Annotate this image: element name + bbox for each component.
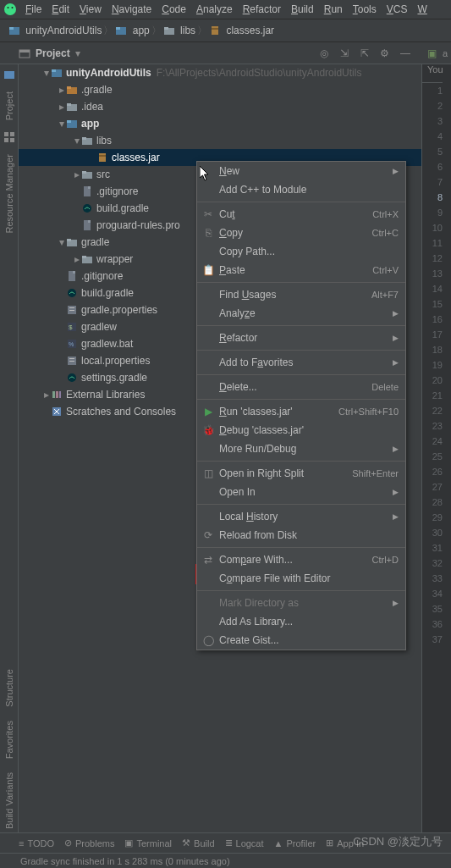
line-number: 26 [422,464,443,479]
favorites-tool-label[interactable]: Favorites [4,717,14,762]
menu-item-cut[interactable]: ✂CutCtrl+X [197,205,405,224]
menu-analyze[interactable]: Analyze [191,2,238,17]
tree-item-libs[interactable]: ▾libs [19,132,421,149]
menu-item-local-history[interactable]: Local History▶ [197,507,405,526]
tree-label: settings.gradle [81,372,147,384]
project-pane-title[interactable]: Project [36,47,70,59]
menu-item-find-usages[interactable]: Find UsagesAlt+F7 [197,285,405,304]
menu-w[interactable]: W [412,2,432,17]
gear-icon[interactable]: ⚙ [377,46,393,61]
menu-tools[interactable]: Tools [348,2,382,17]
menu-item-label: More Run/Debug [219,443,296,455]
submenu-arrow-icon: ▶ [393,334,399,342]
folder-icon [81,253,93,265]
build-variants-label[interactable]: Build Variants [4,769,14,832]
menu-shortcut: Ctrl+V [372,265,399,275]
breadcrumb-classes.jar[interactable]: classes.jar [209,25,274,36]
menu-item-add-to-favorites[interactable]: Add to Favorites▶ [197,353,405,372]
menu-item-compare-file-with-editor[interactable]: Compare File with Editor [197,569,405,588]
logcat-tool[interactable]: ≣ Logcat [225,838,264,849]
context-menu[interactable]: New▶Add C++ to Module✂CutCtrl+X⎘CopyCtrl… [196,161,406,650]
menu-item-more-run-debug[interactable]: More Run/Debug▶ [197,440,405,458]
menu-item-add-as-library---[interactable]: Add As Library... [197,612,405,631]
run-config-icon[interactable]: ▣ [425,46,440,61]
tree-arrow[interactable]: ▾ [58,118,66,130]
todo-tool[interactable]: ≡ TODO [19,838,54,849]
menu-file[interactable]: File [20,2,47,17]
build-tool[interactable]: ⚒ Build [182,838,214,849]
menu-item-add-c---to-module[interactable]: Add C++ to Module [197,180,405,199]
menu-item-compare-with---[interactable]: ⇄Compare With...Ctrl+D [197,550,405,569]
tree-item-unityAndroidUtils[interactable]: ▾unityAndroidUtilsF:\AllProjects\Android… [19,64,421,81]
tree-arrow[interactable]: ▾ [58,236,66,248]
menu-shortcut: Ctrl+Shift+F10 [338,406,399,417]
menu-run[interactable]: Run [319,2,348,17]
tree-item--gradle[interactable]: ▸.gradle [19,81,421,98]
menu-item-create-gist---[interactable]: ◯Create Gist... [197,631,405,650]
menu-item-analyze[interactable]: Analyze▶ [197,304,405,323]
module-icon [51,67,63,79]
menu-item-open-in[interactable]: Open In▶ [197,483,405,501]
tree-arrow[interactable]: ▸ [58,101,66,113]
line-number: 13 [422,266,443,281]
breadcrumb-app[interactable]: app [115,25,149,36]
menu-item-delete---[interactable]: Delete...Delete [197,378,405,396]
menu-item-copy[interactable]: ⎘CopyCtrl+C [197,224,405,242]
menu-edit[interactable]: Edit [47,2,74,17]
tree-label: src [96,169,110,180]
menu-item-new[interactable]: New▶ [197,162,405,180]
tree-arrow[interactable]: ▾ [42,67,51,79]
svg-rect-16 [4,138,8,142]
collapse-all-icon[interactable]: ⇱ [357,46,372,61]
problems-tool[interactable]: ⊘ Problems [64,838,114,849]
expand-all-icon[interactable]: ⇲ [337,46,352,61]
tree-label: local.properties [81,355,150,367]
jar-icon [96,152,108,163]
tree-item-app[interactable]: ▾app [19,115,421,132]
tree-arrow[interactable]: ▸ [58,84,66,96]
menu-item-copy-path---[interactable]: Copy Path... [197,242,405,261]
menu-item-refactor[interactable]: Refactor▶ [197,329,405,347]
menu-view[interactable]: View [74,2,107,17]
menu-refactor[interactable]: Refactor [238,2,286,17]
menu-item-open-in-right-split[interactable]: ◫Open in Right SplitShift+Enter [197,464,405,483]
structure-tool-label[interactable]: Structure [4,666,14,710]
menu-item-debug--classes-jar-[interactable]: 🐞Debug 'classes.jar' [197,421,405,440]
breadcrumb-libs[interactable]: libs [163,25,195,36]
tree-arrow[interactable]: ▾ [73,135,81,147]
run-config-label[interactable]: a [443,48,448,58]
menu-code[interactable]: Code [157,2,191,17]
file-icon [81,185,93,197]
resource-manager-label[interactable]: Resource Manager [4,151,14,237]
line-number: 8 [422,190,443,205]
menu-item-paste[interactable]: 📋PasteCtrl+V [197,261,405,279]
menu-item-run--classes-jar-[interactable]: ▶Run 'classes.jar'Ctrl+Shift+F10 [197,402,405,421]
resource-manager-tool-icon[interactable] [3,130,16,144]
menu-separator [197,504,405,505]
menu-item-reload-from-disk[interactable]: ⟳Reload from Disk [197,526,405,545]
project-tool-icon[interactable] [3,68,16,81]
tree-arrow[interactable]: ▸ [73,169,81,180]
hide-icon[interactable]: — [398,46,413,61]
tree-item--idea[interactable]: ▸.idea [19,98,421,115]
project-view-dropdown[interactable]: ▾ [75,47,80,59]
tree-arrow[interactable]: ▸ [73,253,81,265]
select-opened-file-icon[interactable]: ◎ [316,46,332,61]
terminal-tool[interactable]: ▣ Terminal [124,838,172,849]
menu-vcs[interactable]: VCS [382,2,413,17]
breadcrumb-unityAndroidUtils[interactable]: unityAndroidUtils [8,25,102,36]
tree-label: Scratches and Consoles [66,406,176,417]
line-number: 22 [422,403,443,418]
line-number: 10 [422,220,443,235]
line-number: 31 [422,540,443,556]
line-number: 4 [422,129,443,144]
menu-item-label: Analyze [219,307,256,319]
project-tool-label[interactable]: Project [4,88,14,124]
line-number: 17 [422,327,443,342]
line-number: 23 [422,418,443,434]
tree-arrow[interactable]: ▸ [42,389,51,401]
profiler-tool[interactable]: ▲ Profiler [274,838,316,849]
menu-navigate[interactable]: Navigate [107,2,157,17]
editor-tab[interactable]: You [422,64,443,83]
menu-build[interactable]: Build [286,2,319,17]
